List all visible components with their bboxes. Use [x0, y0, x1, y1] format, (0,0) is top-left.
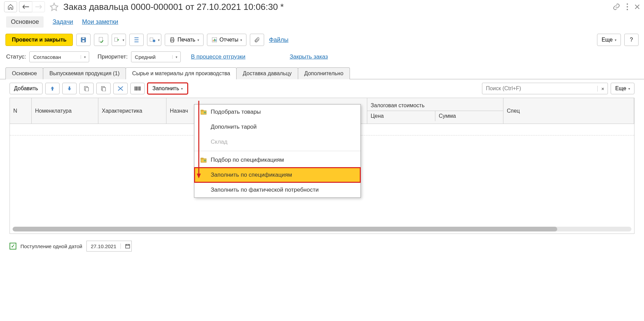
svg-point-2 [627, 9, 628, 10]
menu-fill-by-spec-label: Заполнить по спецификациям [211, 172, 292, 178]
close-order-link[interactable]: Закрыть заказ [290, 53, 328, 60]
split-button[interactable] [113, 83, 128, 94]
menu-pick-by-spec[interactable]: Подбор по спецификациям [194, 153, 360, 167]
svg-point-1 [627, 6, 628, 7]
svg-rect-26 [204, 160, 206, 161]
structure-button[interactable]: ▾ [147, 34, 161, 46]
nav-notes[interactable]: Мои заметки [82, 16, 118, 28]
close-window-icon[interactable] [634, 4, 640, 10]
copy-button[interactable] [79, 83, 94, 94]
caret-icon: ▾ [197, 38, 199, 42]
split-icon [117, 86, 124, 91]
svg-point-9 [153, 39, 156, 42]
add-row-button[interactable]: Добавить [10, 83, 43, 94]
caret-icon: ▾ [123, 38, 124, 42]
calendar-icon[interactable] [120, 243, 131, 249]
back-button[interactable] [19, 1, 32, 12]
single-date-label: Поступление одной датой [20, 243, 82, 249]
fill-label: Заполнить [152, 85, 179, 92]
svg-rect-5 [82, 40, 85, 42]
files-link[interactable]: Файлы [269, 36, 288, 44]
menu-fill-by-spec[interactable]: Заполнить по спецификациям [194, 167, 360, 182]
caret-icon: ▾ [158, 38, 160, 42]
tab-products[interactable]: Выпускаемая продукция (1) [43, 67, 126, 79]
svg-rect-25 [201, 158, 203, 159]
create-based-button[interactable]: ▾ [112, 34, 126, 46]
menu-add-tare[interactable]: Дополнить тарой [194, 119, 360, 134]
more-button[interactable]: Еще ▾ [597, 34, 621, 46]
link-icon[interactable] [613, 3, 620, 11]
svg-rect-12 [171, 41, 174, 42]
folder-spec-icon [200, 157, 207, 163]
move-up-button[interactable] [45, 83, 60, 94]
paste-button[interactable] [96, 83, 111, 94]
move-down-button[interactable] [62, 83, 77, 94]
attach-button[interactable] [250, 34, 264, 46]
col-price[interactable]: Цена [367, 111, 435, 121]
caret-icon: ▾ [628, 87, 630, 91]
caret-icon: ▾ [615, 38, 616, 42]
svg-rect-4 [82, 37, 85, 39]
kebab-menu-icon[interactable] [626, 3, 628, 11]
caret-icon: ▾ [81, 55, 89, 59]
reports-button[interactable]: Отчеты ▾ [207, 34, 246, 46]
col-nomenclature[interactable]: Номенклатура [32, 98, 98, 124]
barcode-button[interactable] [130, 83, 145, 94]
menu-fill-by-need[interactable]: Заполнить по фактической потребности [194, 182, 360, 197]
search-input[interactable] [482, 85, 597, 92]
svg-rect-28 [126, 244, 130, 248]
svg-rect-11 [171, 37, 174, 39]
menu-separator [194, 151, 360, 151]
shipping-status-link[interactable]: В процессе отгрузки [191, 53, 245, 60]
barcode-icon [134, 86, 141, 91]
tab-delivery[interactable]: Доставка давальцу [236, 67, 298, 79]
priority-label: Приоритет: [97, 53, 128, 60]
horizontal-scrollbar[interactable] [13, 227, 631, 231]
menu-add-tare-label: Дополнить тарой [211, 124, 257, 130]
tab-main[interactable]: Основное [5, 67, 43, 79]
copy-icon [84, 86, 89, 91]
col-sum[interactable]: Сумма [435, 111, 503, 121]
favorite-star-icon[interactable] [50, 2, 59, 11]
save-button[interactable] [76, 34, 91, 46]
nav-tasks[interactable]: Задачи [52, 16, 73, 28]
menu-warehouse: Склад [194, 134, 360, 149]
col-n[interactable]: N [10, 98, 32, 124]
col-characteristic[interactable]: Характеристика [98, 98, 166, 124]
status-label: Статус: [6, 53, 26, 60]
svg-rect-7 [114, 38, 117, 42]
col-collateral-group[interactable]: Залоговая стоимость Цена Сумма [367, 98, 503, 124]
help-button[interactable]: ? [624, 34, 639, 46]
svg-point-0 [627, 3, 628, 5]
home-button[interactable] [4, 1, 17, 12]
svg-rect-23 [204, 112, 206, 113]
fill-dropdown-menu: Подобрать товары Дополнить тарой Склад П… [194, 104, 361, 198]
menu-pick-goods[interactable]: Подобрать товары [194, 105, 360, 119]
save-icon [80, 37, 86, 43]
sub-more-label: Еще [615, 85, 626, 92]
post-and-close-button[interactable]: Провести и закрыть [5, 34, 73, 46]
forward-button[interactable] [32, 1, 45, 12]
priority-value: Средний [131, 54, 172, 60]
list-button[interactable] [129, 34, 144, 46]
fill-button[interactable]: Заполнить ▾ [147, 83, 188, 94]
svg-rect-20 [102, 87, 106, 91]
single-date-checkbox[interactable]: ✓ [10, 243, 16, 250]
paperclip-icon [254, 37, 260, 43]
status-select[interactable]: Согласован ▾ [29, 51, 89, 62]
arrival-date-field[interactable]: 27.10.2021 [86, 241, 132, 252]
sub-more-button[interactable]: Еще ▾ [611, 83, 634, 94]
col-spec[interactable]: Спец [503, 98, 634, 124]
folder-goods-icon [200, 109, 207, 115]
svg-rect-16 [215, 39, 216, 42]
clear-search-button[interactable]: × [597, 86, 608, 92]
tab-extra[interactable]: Дополнительно [298, 67, 350, 79]
svg-rect-22 [201, 110, 203, 111]
nav-main[interactable]: Основное [6, 16, 44, 28]
tab-materials[interactable]: Сырье и материалы для производства [126, 67, 237, 79]
arrival-date-value: 27.10.2021 [87, 243, 120, 249]
post-button[interactable] [94, 34, 108, 46]
print-button[interactable]: Печать ▾ [165, 34, 203, 46]
reports-icon [211, 37, 218, 43]
priority-select[interactable]: Средний ▾ [131, 51, 181, 62]
